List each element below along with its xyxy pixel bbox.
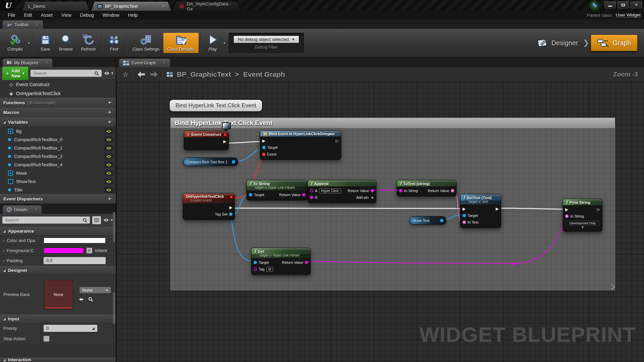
save-button[interactable]: Save [36, 33, 55, 53]
close-icon[interactable]: ✕ [163, 61, 166, 65]
add-macro-button[interactable]: ＋ [107, 109, 112, 116]
details-tab[interactable]: Details ✕ [3, 205, 42, 214]
target-pin[interactable] [254, 261, 257, 264]
class-defaults-button[interactable]: Class Defaults [163, 33, 199, 53]
target-pin[interactable] [249, 193, 252, 196]
browse-to-asset-icon[interactable] [88, 297, 93, 302]
exec-out-pin[interactable]: ▶ [496, 207, 499, 211]
graph-item-event-construct[interactable]: ◇ Event Construct [0, 80, 116, 89]
variable-row-compactrichtextbox0[interactable]: CompactRichTextBox_0 [0, 135, 116, 144]
eye-toggle[interactable] [105, 137, 113, 142]
my-blueprint-tab[interactable]: My Blueprint ✕ [3, 59, 52, 67]
designer-mode-button[interactable]: Designer [534, 35, 581, 51]
add-function-button[interactable]: ＋ [107, 99, 112, 106]
tag-pin[interactable] [254, 267, 257, 271]
eye-toggle[interactable] [105, 154, 113, 159]
eye-toggle[interactable] [105, 145, 113, 151]
node-settext[interactable]: f SetText (Text) Target is Text ▶ ▶ Targ… [460, 194, 501, 228]
toolbar-tab[interactable]: Toolbar ✕ [3, 20, 43, 29]
scrollbar-thumb[interactable] [113, 212, 115, 242]
variable-row-bg[interactable]: ▣ Bg [0, 127, 116, 135]
expander-icon[interactable]: ▹ [3, 259, 5, 262]
exec-in-pin[interactable]: ▶ [262, 139, 265, 143]
add-dispatcher-button[interactable]: ＋ [107, 195, 112, 202]
bookmark-star-icon[interactable]: ☆ [122, 70, 128, 78]
padding-input[interactable]: 0.0 [44, 257, 106, 264]
node-to-string[interactable]: f To String Target is Hyper Link Param T… [247, 180, 308, 200]
node-bind-event[interactable]: Bind Event to HyperLinkClickDelegate ▶ ▷… [260, 130, 341, 160]
exec-in-pin[interactable]: ▶ [565, 207, 568, 212]
view-options-button[interactable]: ▼ [104, 71, 114, 75]
add-variable-button[interactable]: ＋ [107, 119, 112, 126]
a-literal-input[interactable]: Hyper Click: [319, 188, 341, 193]
node-onhyperlinktextclick[interactable]: OnHyperlinkTextClick Custom Event ▶ Tag … [183, 193, 235, 220]
close-icon[interactable]: ✕ [35, 207, 38, 212]
expander-icon[interactable]: ◢ [3, 269, 6, 272]
output-pin[interactable] [440, 219, 443, 222]
add-pin-icon[interactable]: ＋ [370, 195, 374, 200]
forward-arrow-icon[interactable] [150, 71, 158, 78]
exec-out-pin[interactable]: ▷ [336, 139, 339, 143]
priority-input[interactable]: 0 ◢ [44, 325, 97, 332]
b-pin[interactable] [310, 196, 313, 199]
asset-tab-ldemo[interactable]: L_Demo [22, 2, 89, 11]
node-get-compact-rich-text-box[interactable]: Compact Rich Text Box 1 [183, 158, 238, 166]
expander-icon[interactable]: ▹ [3, 249, 5, 252]
back-arrow-icon[interactable] [137, 71, 146, 78]
variable-row-showtext[interactable]: T ShowText [0, 177, 116, 186]
eye-toggle[interactable] [105, 179, 113, 184]
return-value-pin[interactable] [305, 261, 308, 264]
close-button[interactable]: ✕ [631, 1, 642, 8]
menu-asset[interactable]: Asset [37, 12, 57, 18]
breadcrumb-page[interactable]: Event Graph [243, 70, 285, 78]
variable-row-compactrichtextbox1[interactable]: CompactRichTextBox_1 [0, 144, 116, 152]
property-matrix-button[interactable] [92, 216, 101, 224]
event-delegate-pin[interactable] [262, 153, 265, 156]
graph-canvas[interactable]: Bind HyperLink Text Click Event Bind Hyp… [116, 82, 644, 362]
use-selected-arrow-icon[interactable]: ⬅ [79, 296, 84, 302]
node-append[interactable]: f Append AHyper Click: Return Value B Ad… [308, 180, 376, 203]
node-totext-string[interactable]: f ToText (string) In String Return Value [397, 180, 457, 196]
tag-literal-input[interactable]: id [266, 267, 273, 272]
macros-section-header[interactable]: Macros ＋ [0, 108, 116, 117]
target-pin[interactable] [463, 214, 466, 217]
search-input[interactable] [33, 71, 92, 76]
add-new-button[interactable]: ＋ Add New ▼ [2, 67, 28, 80]
exec-out-pin[interactable]: ▶ [223, 139, 226, 143]
details-search[interactable] [2, 217, 90, 224]
in-string-pin[interactable] [399, 189, 402, 192]
variable-row-compactrichtextbox4[interactable]: CompactRichTextBox_4 [0, 161, 116, 169]
menu-edit[interactable]: Edit [20, 12, 37, 18]
my-blueprint-search[interactable] [31, 70, 102, 77]
node-event-construct[interactable]: ◇ Event Construct ▶ [184, 131, 229, 150]
debug-object-select[interactable]: No debug object selected ▼ [233, 36, 299, 43]
input-section-header[interactable]: ◢ Input [0, 314, 116, 323]
inherit-checkbox[interactable]: ✓ [87, 248, 92, 253]
variable-row-compactrichtextbox2[interactable]: CompactRichTextBox_2 [0, 152, 116, 161]
graph-mode-button[interactable]: Graph [591, 35, 637, 51]
stop-action-checkbox[interactable] [44, 336, 49, 342]
exec-in-pin[interactable]: ▶ [463, 207, 466, 211]
designer-section-header[interactable]: ◢ Designer [0, 266, 116, 275]
return-value-pin[interactable] [302, 193, 306, 196]
close-icon[interactable]: ✕ [162, 4, 165, 8]
details-view-options[interactable]: ▼ [103, 218, 113, 222]
tutorial-cap-icon[interactable] [588, 0, 600, 11]
variable-row-title[interactable]: Title [0, 186, 116, 194]
eye-toggle[interactable] [105, 170, 113, 176]
exec-out-pin[interactable]: ▶ [229, 205, 232, 209]
preview-background-thumbnail[interactable]: None [44, 280, 73, 309]
asset-tab-dastyleconfig[interactable]: DA_StyleConfigData - Ge [173, 2, 240, 11]
refresh-button[interactable]: Refresh [77, 33, 100, 53]
variable-row-mask[interactable]: ▣ Mask [0, 169, 116, 177]
expand-advanced-caret[interactable]: ▼ [563, 226, 602, 229]
node-print-string[interactable]: f Print String ▶ ▷ In String Development… [563, 199, 602, 232]
play-button[interactable]: Play [203, 33, 222, 53]
close-icon[interactable]: ✕ [45, 61, 48, 65]
delegate-pin[interactable] [224, 133, 227, 136]
color-swatch-white[interactable] [44, 238, 106, 243]
appearance-section-header[interactable]: ◢ Appearance [0, 227, 116, 236]
variables-section-header[interactable]: ◢ Variables ＋ [0, 117, 116, 127]
class-settings-button[interactable]: Class Settings [128, 33, 163, 53]
tag-set-pin[interactable] [229, 213, 232, 216]
